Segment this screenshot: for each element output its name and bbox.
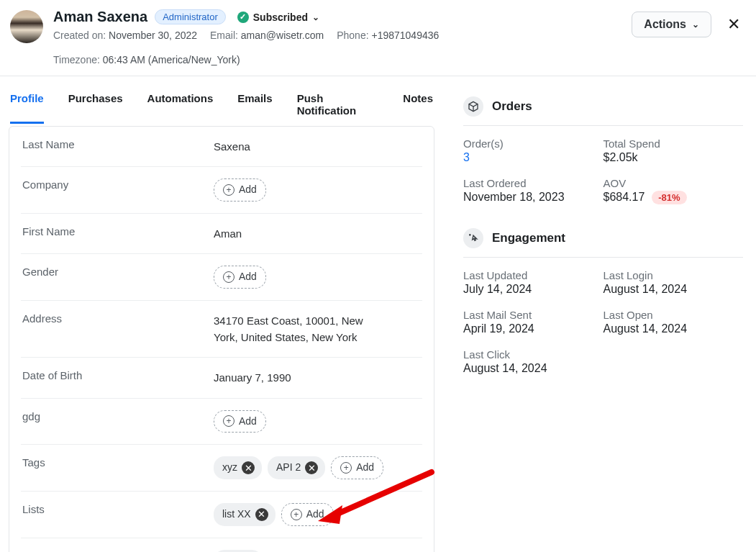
subscription-chip[interactable]: ✓ Subscribed ⌄: [233, 10, 324, 24]
last-click-label: Last Click: [463, 348, 604, 361]
tz-value: 06:43 AM (America/New_York): [103, 54, 240, 65]
add-label: Add: [306, 507, 324, 522]
aov-delta-badge: -81%: [652, 191, 686, 204]
email-label: Email:: [210, 30, 238, 41]
last-updated-value: July 14, 2024: [463, 283, 604, 296]
company-label: Company: [22, 178, 206, 191]
tab-push[interactable]: Push Notification: [297, 92, 379, 124]
package-icon: [463, 96, 483, 117]
tags-label: Tags: [22, 456, 206, 469]
tab-notes[interactable]: Notes: [403, 92, 433, 124]
header-bar: Aman Saxena Administrator ✓ Subscribed ⌄…: [0, 0, 756, 76]
header-meta: Created on: November 30, 2022 Email: ama…: [53, 30, 621, 65]
tz-label: Timezone:: [53, 54, 100, 65]
aov-value: $684.17: [604, 191, 645, 203]
created-label: Created on:: [53, 30, 106, 41]
last-login: Last Login August 14, 2024: [604, 269, 744, 296]
remove-icon[interactable]: ✕: [255, 508, 268, 521]
address-value[interactable]: 34170 East Coast, 10001, New York, Unite…: [214, 312, 365, 346]
total-spend-value: $2.05k: [604, 151, 744, 164]
orders-title: Orders: [492, 99, 532, 114]
chevron-down-icon: ⌄: [312, 12, 319, 22]
last-click-value: August 14, 2024: [463, 362, 604, 375]
tag-chip[interactable]: xyz ✕: [214, 456, 262, 479]
tag-label: API 2: [276, 460, 301, 476]
add-tag-button[interactable]: + Add: [331, 456, 383, 479]
plus-icon: +: [340, 462, 352, 474]
last-mail-value: April 19, 2024: [463, 322, 604, 335]
row-tags: Tags xyz ✕ API 2 ✕ + Add: [21, 445, 422, 492]
last-ordered: Last Ordered November 18, 2023: [463, 177, 604, 204]
role-badge[interactable]: Administrator: [155, 9, 226, 24]
header-info: Aman Saxena Administrator ✓ Subscribed ⌄…: [53, 9, 621, 65]
profile-panel: Last Name Saxena Company + Add First Nam…: [9, 126, 434, 552]
add-gdg-button[interactable]: + Add: [214, 410, 266, 433]
created-value: November 30, 2022: [109, 30, 197, 41]
phone-value: +19871049436: [371, 30, 439, 41]
row-address: Address 34170 East Coast, 10001, New Yor…: [21, 301, 422, 358]
last-name-label: Last Name: [22, 138, 206, 150]
remove-icon[interactable]: ✕: [242, 461, 255, 474]
plus-icon: +: [223, 415, 234, 427]
engagement-title: Engagement: [492, 231, 565, 245]
tab-emails[interactable]: Emails: [237, 92, 272, 124]
add-label: Add: [239, 182, 257, 198]
close-icon[interactable]: ✕: [724, 14, 743, 35]
person-name: Aman Saxena: [53, 9, 147, 25]
actions-button[interactable]: Actions ⌄: [632, 12, 711, 37]
last-ordered-label: Last Ordered: [463, 177, 604, 189]
add-label: Add: [239, 414, 257, 430]
last-login-label: Last Login: [604, 269, 744, 281]
row-gdg: gdg + Add: [21, 399, 422, 445]
add-list-button[interactable]: + Add: [281, 503, 334, 526]
row-first-name: First Name Aman: [21, 214, 422, 254]
add-company-button[interactable]: + Add: [214, 178, 266, 202]
lists-label: Lists: [22, 503, 206, 515]
check-icon: ✓: [237, 12, 249, 23]
plus-icon: +: [291, 509, 302, 520]
address-label: Address: [22, 312, 206, 325]
tab-automations[interactable]: Automations: [147, 92, 214, 124]
tag-chip[interactable]: API 2 ✕: [268, 456, 325, 479]
last-login-value: August 14, 2024: [604, 283, 744, 296]
add-gender-button[interactable]: + Add: [214, 266, 266, 289]
last-ordered-value: November 18, 2023: [463, 191, 604, 204]
orders-count-label: Order(s): [463, 137, 604, 150]
header-actions: Actions ⌄ ✕: [632, 12, 743, 37]
gdg-label: gdg: [22, 410, 206, 422]
last-updated-label: Last Updated: [463, 269, 604, 281]
avatar[interactable]: [10, 10, 43, 43]
orders-count-value[interactable]: 3: [463, 151, 604, 164]
last-open: Last Open August 14, 2024: [604, 309, 744, 335]
cursor-click-icon: [463, 228, 483, 248]
add-label: Add: [356, 460, 374, 476]
last-open-label: Last Open: [604, 309, 744, 321]
tab-profile[interactable]: Profile: [10, 92, 44, 124]
row-lists: Lists list XX ✕ + Add: [21, 492, 422, 538]
dob-label: Date of Birth: [22, 369, 206, 381]
last-name-value[interactable]: Saxena: [214, 138, 421, 155]
gender-label: Gender: [22, 266, 206, 278]
tab-purchases[interactable]: Purchases: [68, 92, 123, 124]
last-mail-label: Last Mail Sent: [463, 309, 604, 321]
orders-section: Orders Order(s) 3 Total Spend $2.05k Las…: [463, 96, 743, 204]
last-mail: Last Mail Sent April 19, 2024: [463, 309, 604, 335]
tag-label: xyz: [222, 460, 237, 476]
aov: AOV $684.17 -81%: [604, 177, 744, 204]
first-name-value[interactable]: Aman: [214, 225, 421, 242]
dob-value[interactable]: January 7, 1990: [214, 369, 421, 386]
last-open-value: August 14, 2024: [604, 322, 744, 335]
total-spend: Total Spend $2.05k: [604, 137, 744, 164]
row-company: Company + Add: [21, 167, 422, 214]
email-value: aman@wisetr.com: [241, 30, 324, 41]
phone-label: Phone:: [337, 30, 368, 41]
aov-label: AOV: [604, 177, 744, 189]
row-gender: Gender + Add: [21, 254, 422, 301]
remove-icon[interactable]: ✕: [305, 461, 318, 474]
first-name-label: First Name: [22, 225, 206, 237]
row-last-name: Last Name Saxena: [21, 127, 422, 167]
plus-icon: +: [223, 184, 234, 196]
row-dob: Date of Birth January 7, 1990: [21, 358, 422, 398]
list-chip[interactable]: list XX ✕: [214, 503, 275, 526]
engagement-section: Engagement Last Updated July 14, 2024 La…: [463, 228, 743, 375]
